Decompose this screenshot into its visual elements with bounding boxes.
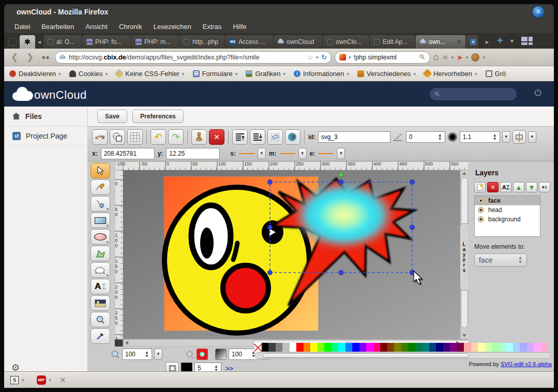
palette-swatch[interactable] <box>282 343 290 352</box>
palette-swatch[interactable] <box>304 343 311 352</box>
redo-button[interactable]: ↷ <box>168 129 184 145</box>
palette-swatch[interactable] <box>262 343 269 352</box>
blur-dropdown-button[interactable]: ▼ <box>502 131 510 143</box>
tab[interactable]: Edit Ap... <box>370 35 415 49</box>
palette-swatch[interactable] <box>345 343 353 352</box>
adblock-dropdown[interactable]: ▾ <box>49 378 52 383</box>
palette-swatch[interactable] <box>318 343 325 352</box>
new-layer-button[interactable] <box>474 182 486 192</box>
clone-button[interactable] <box>191 129 207 145</box>
pinned-tab-placeholder[interactable] <box>8 38 17 46</box>
layers-collapse-tab[interactable]: Layers <box>460 223 468 291</box>
bookmark-star-icon[interactable]: ☆ <box>307 53 313 61</box>
extension-fly-icon[interactable]: ✳ <box>442 53 448 62</box>
history-dropdown-icon[interactable]: ●● <box>39 53 52 61</box>
zoom-tool[interactable] <box>91 312 110 327</box>
menu-lesezeichen[interactable]: Lesezeichen <box>149 21 195 32</box>
layer-row-head[interactable]: head <box>475 205 540 215</box>
palette-swatch[interactable] <box>296 343 304 352</box>
adblock-icon[interactable]: ABP <box>37 375 46 385</box>
stroke-color-swatch[interactable] <box>215 349 227 360</box>
marker-start-dropdown[interactable]: ▼ <box>258 148 266 159</box>
search-bar[interactable]: ▾ !php simplexml 🔍︎ <box>335 51 430 64</box>
sidebar-item-project-page[interactable]: sfProject Page <box>4 126 87 146</box>
move-elements-select[interactable]: face▲▼ <box>474 253 527 267</box>
make-link-button[interactable] <box>285 129 300 145</box>
menu-datei[interactable]: Datei <box>10 21 34 32</box>
mouth-circle[interactable] <box>223 265 268 311</box>
palette-swatch[interactable] <box>436 343 443 352</box>
layer-visibility-icon[interactable] <box>478 216 484 222</box>
ellipse-tool[interactable]: ▸ <box>91 229 110 245</box>
palette-scrollbar[interactable] <box>254 352 551 359</box>
palette-swatch[interactable] <box>492 343 499 352</box>
marker-end-dropdown[interactable]: ▼ <box>337 148 345 159</box>
reload-icon[interactable]: ↻ <box>322 53 327 61</box>
polygon-tool[interactable] <box>91 246 110 261</box>
tab-scroll-right-icon[interactable]: ▸ <box>482 38 492 46</box>
tab[interactable]: al: O... <box>43 35 82 49</box>
shape-library-tool[interactable]: ▸ <box>91 262 110 278</box>
select-tool[interactable] <box>91 163 110 178</box>
move-to-top-button[interactable] <box>232 129 248 145</box>
svg-canvas-area[interactable]: -100-50050100150200250300350400450500550… <box>115 161 469 346</box>
palette-swatch[interactable] <box>276 343 283 352</box>
search-engine-icon[interactable] <box>339 54 346 61</box>
palette-swatch[interactable] <box>324 343 331 352</box>
palette-swatch[interactable] <box>394 343 401 352</box>
palette-swatch[interactable] <box>422 343 429 352</box>
palette-swatch[interactable] <box>457 343 464 352</box>
extension-dart-icon[interactable]: ➤ <box>457 53 463 62</box>
addon-close-icon[interactable]: ✕ <box>59 375 66 385</box>
x-input[interactable]: 208.425781 <box>101 148 155 159</box>
blur-input[interactable]: 1.1▲▼ <box>460 131 500 143</box>
sidebar-item-files[interactable]: Files <box>4 107 87 126</box>
palette-swatch[interactable] <box>359 343 367 352</box>
gradient-blob[interactable] <box>292 180 396 250</box>
palette-swatch[interactable] <box>478 343 485 352</box>
palette-swatch[interactable] <box>268 343 276 352</box>
palette-swatch[interactable] <box>310 343 318 352</box>
list-all-tabs-icon[interactable]: ▾ <box>507 37 517 44</box>
palette-swatch[interactable] <box>527 343 534 352</box>
marker-mid-dropdown[interactable]: ▼ <box>298 148 307 159</box>
tab[interactable]: phpPHP: fo... <box>82 35 131 49</box>
layer-up-button[interactable]: ▲ <box>513 182 524 192</box>
layer-row-face[interactable]: face <box>475 196 540 205</box>
forward-icon[interactable]: ❯ <box>24 52 36 63</box>
back-icon[interactable]: ❮ <box>8 52 21 63</box>
undo-button[interactable]: ↶ <box>150 129 166 145</box>
tab[interactable]: http...php <box>179 35 225 49</box>
palette-swatch[interactable] <box>415 343 423 352</box>
search-go-icon[interactable]: 🔍︎ <box>419 53 426 61</box>
tab-close-icon[interactable]: ✕ <box>457 39 461 46</box>
tab[interactable]: ownCloud <box>274 35 322 49</box>
y-input[interactable]: 12.25 <box>166 148 220 159</box>
layer-visibility-icon[interactable] <box>478 207 484 213</box>
palette-swatch[interactable] <box>338 343 345 352</box>
url-bar[interactable]: http://ocsvg.cbix.de/demo/apps/files_svg… <box>55 51 331 64</box>
pinned-tab-star[interactable]: ✱ <box>20 35 35 49</box>
text-tool[interactable]: A⌶ <box>91 279 110 294</box>
zoom-dropdown-button[interactable]: ▼ <box>154 349 162 360</box>
palette-swatch[interactable] <box>352 343 359 352</box>
delete-button[interactable]: ✕ <box>209 129 224 145</box>
tab[interactable]: ownClo... <box>323 35 369 49</box>
rotate-handle[interactable] <box>339 173 343 177</box>
palette-swatch[interactable] <box>408 343 415 352</box>
left-eye-pupil[interactable] <box>200 228 214 259</box>
menu-chronik[interactable]: Chronik <box>115 21 146 32</box>
devbar-verschiedenes[interactable]: Verschiedenes▾ <box>357 70 416 78</box>
palette-swatch[interactable] <box>450 343 457 352</box>
palette-swatch[interactable] <box>387 343 395 352</box>
palette-swatch[interactable] <box>513 343 520 352</box>
align-button[interactable] <box>512 130 526 144</box>
angle-input[interactable]: 0▲▼ <box>406 131 445 143</box>
menu-extras[interactable]: Extras <box>199 21 226 32</box>
menu-bearbeiten[interactable]: Bearbeiten <box>37 21 78 32</box>
pencil-tool[interactable] <box>91 179 110 195</box>
logout-power-icon[interactable]: ⏻ <box>535 88 541 98</box>
svgedit-link[interactable]: SVG-edit v2.6-alpha <box>501 361 552 367</box>
greasemonkey-dropdown[interactable]: ▾ <box>482 55 485 60</box>
delete-layer-button[interactable]: ✕ <box>487 182 499 192</box>
